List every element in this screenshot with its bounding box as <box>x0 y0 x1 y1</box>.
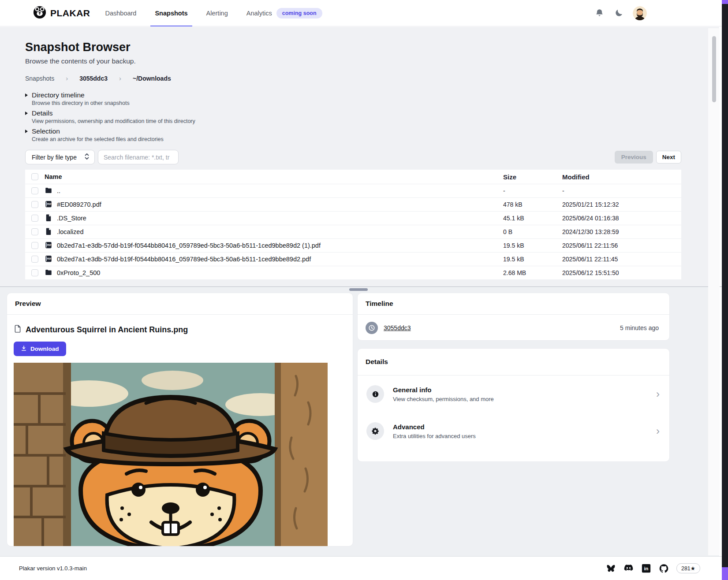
download-button[interactable]: Download <box>14 342 66 356</box>
preview-panel: Preview Adventurous Squirrel in Ancient … <box>7 293 353 547</box>
table-row[interactable]: .. - - <box>25 184 681 197</box>
row-checkbox[interactable] <box>31 215 38 222</box>
footer: Plakar version v1.0.3-main in <box>0 556 722 580</box>
timeline-timestamp: 5 minutes ago <box>620 324 659 331</box>
file-table: Name Size Modified .. - - <box>25 170 681 279</box>
version-label: Plakar version v1.0.3-main <box>19 565 87 572</box>
breadcrumb-path[interactable]: ~/Downloads <box>133 75 171 82</box>
pdf-icon: PDF <box>45 255 52 264</box>
table-row[interactable]: .DS_Store 45.1 kB 2025/06/24 01:16:38 <box>25 211 681 225</box>
document-icon <box>14 324 22 335</box>
discord-icon[interactable] <box>623 563 634 573</box>
timeline-panel: Timeline 3055ddc3 5 minutes ago <box>357 293 670 341</box>
preview-panel-title: Preview <box>7 293 353 315</box>
next-button[interactable]: Next <box>656 151 681 164</box>
timeline-entry: 3055ddc3 5 minutes ago <box>358 315 669 341</box>
edge-accent-bottom <box>722 567 728 580</box>
top-nav-bar: PLAKAR Dashboard Snapshots Alerting Anal… <box>0 0 722 26</box>
image-preview-squirrel <box>14 363 328 547</box>
svg-text:PDF: PDF <box>47 203 52 205</box>
snapshot-id-link[interactable]: 3055ddc3 <box>384 324 411 331</box>
nav-dashboard[interactable]: Dashboard <box>105 0 137 26</box>
page-scrollbar-track <box>708 28 720 555</box>
file-icon <box>45 214 52 223</box>
select-all-checkbox[interactable] <box>31 173 38 180</box>
table-row[interactable]: PDF 0b2ed7a1-e3db-57dd-b19f-f0544bb80416… <box>25 252 681 266</box>
pdf-icon: PDF <box>45 241 52 250</box>
splitter-drag-handle[interactable] <box>349 288 368 291</box>
user-avatar[interactable] <box>633 6 647 20</box>
folder-icon <box>45 268 52 278</box>
details-panel-title: Details <box>358 349 669 376</box>
timeline-panel-title: Timeline <box>358 293 669 315</box>
github-stars-badge[interactable]: 281★ <box>676 563 700 573</box>
nav-snapshots[interactable]: Snapshots <box>155 0 187 26</box>
previous-button[interactable]: Previous <box>615 151 653 164</box>
breadcrumb-snapshot-id[interactable]: 3055ddc3 <box>79 75 108 82</box>
collapsible-sections: Directory timeline Browse this directory… <box>25 91 681 142</box>
clock-icon <box>366 322 378 334</box>
details-panel: Details General info View checksum, perm… <box>357 348 670 462</box>
nav-alerting[interactable]: Alerting <box>206 0 228 26</box>
plakar-logo[interactable]: PLAKAR <box>33 6 90 21</box>
bluesky-icon[interactable] <box>606 563 616 573</box>
filter-bar: Filter by file type Previous Next <box>25 150 681 164</box>
plakar-app: PLAKAR Dashboard Snapshots Alerting Anal… <box>0 0 722 580</box>
page-subtitle: Browse the contents of your backup. <box>25 57 681 65</box>
linkedin-icon[interactable]: in <box>641 563 651 573</box>
svg-text:in: in <box>644 566 648 571</box>
window-edge-strip <box>722 0 728 580</box>
chevron-right-icon: › <box>119 74 121 82</box>
table-header-row: Name Size Modified <box>25 170 681 184</box>
table-row[interactable]: PDF 0b2ed7a1-e3db-57dd-b19f-f0544bb80416… <box>25 238 681 252</box>
main-nav: Dashboard Snapshots Alerting Analytics c… <box>105 0 322 26</box>
file-icon <box>45 227 52 237</box>
triangle-right-icon <box>25 93 28 97</box>
pdf-icon: PDF <box>45 200 52 209</box>
select-chevrons-icon <box>85 153 89 161</box>
github-icon[interactable] <box>659 563 669 573</box>
header-actions <box>594 6 647 20</box>
breadcrumb-snapshots[interactable]: Snapshots <box>25 75 54 82</box>
chevron-right-icon: › <box>656 426 660 436</box>
row-checkbox[interactable] <box>31 269 38 276</box>
triangle-right-icon <box>25 130 28 133</box>
edge-accent-top <box>722 0 728 4</box>
snapshot-browser-section: Snapshot Browser Browse the contents of … <box>0 27 719 286</box>
triangle-right-icon <box>25 112 28 115</box>
coming-soon-badge: coming soon <box>276 8 322 19</box>
table-row[interactable]: .localized 0 B 2024/12/30 13:28:59 <box>25 225 681 238</box>
table-row[interactable]: 0xProto_2_500 2.68 MB 2025/06/12 15:51:5… <box>25 266 681 279</box>
chevron-right-icon: › <box>66 74 68 82</box>
row-checkbox[interactable] <box>31 187 38 194</box>
row-checkbox[interactable] <box>31 242 38 249</box>
general-info-row[interactable]: General info View checksum, permissions,… <box>358 376 669 413</box>
page-scrollbar-thumb[interactable] <box>712 36 716 102</box>
download-icon <box>21 345 27 353</box>
row-checkbox[interactable] <box>31 201 38 208</box>
nav-analytics[interactable]: Analytics <box>246 0 272 26</box>
section-directory-timeline[interactable]: Directory timeline Browse this directory… <box>25 91 681 106</box>
info-icon <box>366 385 384 403</box>
folder-icon <box>45 186 52 196</box>
section-details[interactable]: Details View permissions, ownership and … <box>25 109 681 124</box>
row-checkbox[interactable] <box>31 256 38 263</box>
breadcrumb: Snapshots › 3055ddc3 › ~/Downloads <box>25 74 681 82</box>
page-title: Snapshot Browser <box>25 40 681 54</box>
detail-panels-section: Preview Adventurous Squirrel in Ancient … <box>0 287 719 556</box>
row-checkbox[interactable] <box>31 228 38 235</box>
svg-text:PDF: PDF <box>47 244 52 246</box>
notifications-bell-icon[interactable] <box>594 8 605 19</box>
filename-search-input[interactable] <box>98 150 179 164</box>
brand-name: PLAKAR <box>50 8 90 19</box>
table-row[interactable]: PDF #ED089270.pdf 478 kB 2025/01/21 15:1… <box>25 197 681 211</box>
file-type-filter-select[interactable]: Filter by file type <box>25 150 95 164</box>
dark-mode-moon-icon[interactable] <box>613 8 624 19</box>
chevron-right-icon: › <box>656 389 660 399</box>
gear-icon <box>366 422 384 440</box>
previewed-file-name: Adventurous Squirrel in Ancient Ruins.pn… <box>26 325 188 335</box>
section-selection[interactable]: Selection Create an archive for the sele… <box>25 127 681 142</box>
bear-logo-icon <box>33 6 46 21</box>
advanced-row[interactable]: Advanced Extra utilities for advanced us… <box>358 413 669 450</box>
svg-text:PDF: PDF <box>47 258 52 260</box>
